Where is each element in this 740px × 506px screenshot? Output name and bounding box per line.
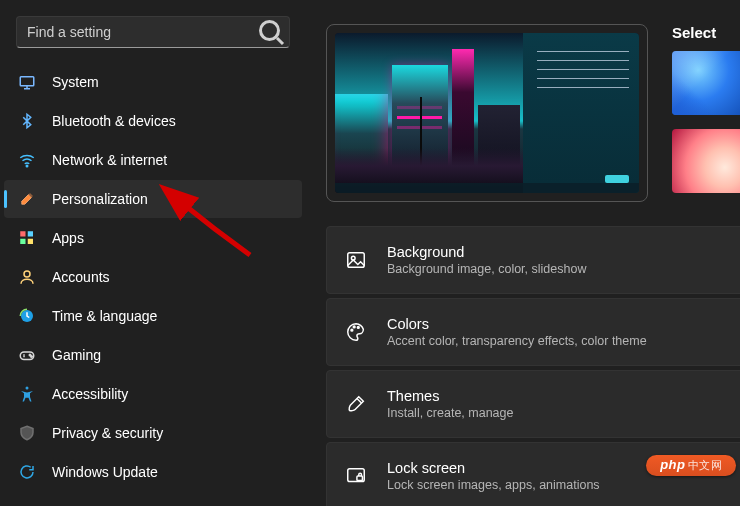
svg-rect-9: [28, 239, 33, 244]
option-background[interactable]: Background Background image, color, slid…: [326, 226, 740, 294]
brush-icon: [345, 393, 367, 415]
watermark-brand: php: [660, 457, 685, 472]
theme-select-block: Select: [672, 24, 740, 193]
palette-icon: [345, 321, 367, 343]
nav-label: Time & language: [52, 308, 157, 324]
watermark-badge: php中文网: [646, 455, 736, 476]
window-preview: [523, 33, 639, 193]
sidebar-item-bluetooth[interactable]: Bluetooth & devices: [4, 102, 302, 140]
nav-label: Accounts: [52, 269, 110, 285]
sidebar-item-privacy[interactable]: Privacy & security: [4, 414, 302, 452]
svg-point-21: [351, 329, 353, 331]
image-icon: [345, 249, 367, 271]
sidebar-item-network[interactable]: Network & internet: [4, 141, 302, 179]
svg-point-18: [26, 387, 29, 390]
apps-icon: [18, 229, 36, 247]
option-title: Colors: [387, 316, 647, 332]
option-colors[interactable]: Colors Accent color, transparency effect…: [326, 298, 740, 366]
sidebar-item-update[interactable]: Windows Update: [4, 453, 302, 491]
watermark-suffix: 中文网: [688, 459, 723, 471]
sidebar-item-apps[interactable]: Apps: [4, 219, 302, 257]
bluetooth-icon: [18, 112, 36, 130]
svg-rect-19: [348, 253, 365, 268]
search-input[interactable]: [17, 24, 253, 40]
svg-point-22: [353, 326, 355, 328]
theme-thumbnail-2[interactable]: [672, 129, 740, 193]
svg-rect-6: [20, 231, 25, 236]
sidebar-item-accessibility[interactable]: Accessibility: [4, 375, 302, 413]
settings-sidebar: System Bluetooth & devices Network & int…: [0, 0, 306, 506]
wallpaper-preview: [335, 33, 523, 193]
settings-search[interactable]: [16, 16, 290, 48]
theme-preview: [326, 24, 648, 202]
sidebar-item-time[interactable]: Time & language: [4, 297, 302, 335]
select-title: Select: [672, 24, 740, 41]
option-desc: Background image, color, slideshow: [387, 262, 586, 276]
option-title: Background: [387, 244, 586, 260]
sidebar-item-gaming[interactable]: Gaming: [4, 336, 302, 374]
brush-icon: [18, 190, 36, 208]
nav-label: Personalization: [52, 191, 148, 207]
nav-label: System: [52, 74, 99, 90]
system-icon: [18, 73, 36, 91]
svg-rect-8: [20, 239, 25, 244]
option-desc: Lock screen images, apps, animations: [387, 478, 600, 492]
nav-label: Accessibility: [52, 386, 128, 402]
sidebar-item-system[interactable]: System: [4, 63, 302, 101]
svg-rect-25: [357, 476, 363, 481]
wifi-icon: [18, 151, 36, 169]
svg-point-5: [26, 165, 28, 167]
svg-point-23: [357, 327, 359, 329]
svg-point-0: [261, 22, 279, 40]
nav-label: Gaming: [52, 347, 101, 363]
option-title: Lock screen: [387, 460, 600, 476]
nav-label: Bluetooth & devices: [52, 113, 176, 129]
option-desc: Install, create, manage: [387, 406, 513, 420]
sidebar-item-personalization[interactable]: Personalization: [4, 180, 302, 218]
main-content: Select Background Background image, colo…: [306, 0, 740, 506]
nav-list: System Bluetooth & devices Network & int…: [4, 56, 302, 491]
gaming-icon: [18, 346, 36, 364]
option-title: Themes: [387, 388, 513, 404]
svg-line-1: [277, 38, 283, 44]
accounts-icon: [18, 268, 36, 286]
nav-label: Apps: [52, 230, 84, 246]
svg-point-17: [31, 356, 33, 358]
svg-rect-2: [20, 77, 34, 86]
theme-thumbnail-1[interactable]: [672, 51, 740, 115]
search-icon: [253, 14, 289, 50]
clock-icon: [18, 307, 36, 325]
svg-point-10: [24, 271, 30, 277]
update-icon: [18, 463, 36, 481]
nav-label: Network & internet: [52, 152, 167, 168]
option-desc: Accent color, transparency effects, colo…: [387, 334, 647, 348]
lock-screen-icon: [345, 465, 367, 487]
shield-icon: [18, 424, 36, 442]
nav-label: Windows Update: [52, 464, 158, 480]
svg-rect-7: [28, 231, 33, 236]
option-themes[interactable]: Themes Install, create, manage: [326, 370, 740, 438]
sidebar-item-accounts[interactable]: Accounts: [4, 258, 302, 296]
accessibility-icon: [18, 385, 36, 403]
nav-label: Privacy & security: [52, 425, 163, 441]
